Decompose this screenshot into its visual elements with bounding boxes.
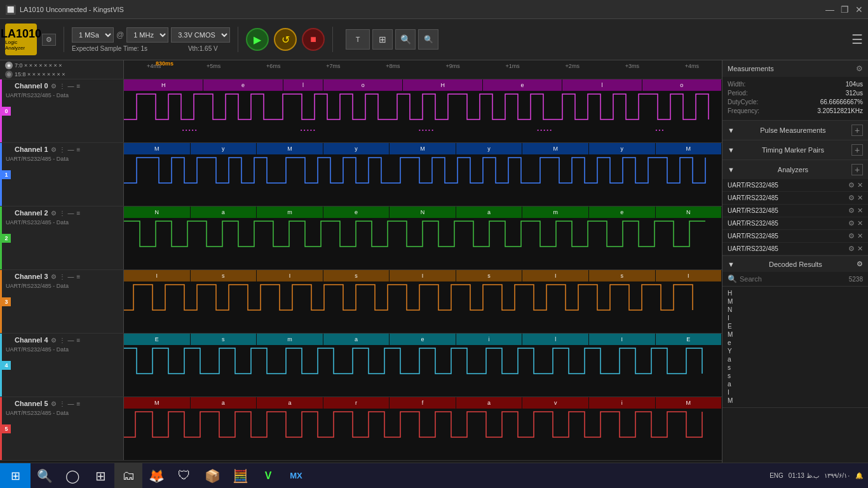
close-button[interactable]: ✕ [855, 4, 863, 15]
analyzer-settings-4[interactable]: ⚙ [848, 232, 855, 240]
toolbar-divider [64, 27, 64, 52]
period-label: Period: [728, 90, 748, 97]
minimize-button[interactable]: — [825, 4, 834, 15]
taskbar-firefox-button[interactable]: 🦊 [142, 463, 170, 489]
dutycycle-row: DutyCycle: 66.66666667% [728, 98, 863, 105]
taskbar-mx-button[interactable]: MX [282, 463, 310, 489]
decode-seg-e: e [203, 79, 283, 91]
channel-settings-icon-0[interactable]: ⚙ [51, 83, 57, 90]
analyzer-settings-0[interactable]: ⚙ [848, 181, 855, 189]
taskbar-calc-button[interactable]: 🧮 [226, 463, 254, 489]
titlebar: 🔲 LA1010 Unconnected - KingstVIS — ❐ ✕ [0, 0, 868, 19]
sample-rate-select[interactable]: 1 MSa [72, 27, 114, 43]
channel-icon-1-0[interactable]: ⋮ [59, 83, 65, 90]
channel-label-0: 0 Channel 0 ⚙ ⋮ — ≡ UART/RS232/485 - Dat… [0, 79, 124, 142]
loop-button[interactable]: ↺ [274, 28, 297, 51]
analyzers-add-button[interactable]: + [851, 164, 863, 175]
channel-number-4: 4 [2, 361, 11, 370]
voltage-select[interactable]: 3.3V CMOS [171, 27, 230, 43]
analyzers-header[interactable]: ▼ Analyzers + [722, 160, 868, 179]
channel-label-3: 3 Channel 3 ⚙ ⋮ — ≡ UART/RS232/485 - Dat… [0, 270, 124, 333]
channel-settings-icon-3[interactable]: ⚙ [51, 273, 57, 280]
play-button[interactable]: ▶ [246, 28, 269, 51]
taskbar-cortana-button[interactable]: ◯ [58, 463, 86, 489]
zoom-label-button[interactable]: T [346, 29, 370, 50]
analyzer-delete-2[interactable]: ✕ [857, 207, 863, 215]
analyzer-settings-3[interactable]: ⚙ [848, 219, 855, 227]
analyzer-delete-4[interactable]: ✕ [857, 232, 863, 240]
decoded-search-input[interactable] [740, 275, 849, 283]
analyzer-actions-3: ⚙ ✕ [848, 219, 863, 227]
channel-name-5: Channel 5 [15, 400, 48, 407]
channel-icon-2-2[interactable]: — [68, 210, 74, 217]
channel-settings-icon-5[interactable]: ⚙ [51, 400, 57, 407]
channel-number-5: 5 [2, 424, 11, 433]
decode-seg-M5: M [656, 143, 722, 154]
channel-icon-3-2[interactable]: ≡ [77, 210, 81, 217]
settings-button[interactable]: ⚙ [42, 34, 56, 46]
freq-select[interactable]: 1 MHz [126, 27, 168, 43]
analyzer-name-1: UART/RS232/485 [728, 194, 778, 201]
titlebar-controls[interactable]: — ❐ ✕ [825, 4, 863, 15]
pulse-measurements-title: Pulse Measurements [760, 126, 825, 134]
pulse-measurements-add-button[interactable]: + [851, 125, 863, 136]
channel-icon-1-5[interactable]: ⋮ [59, 400, 65, 407]
channel-icon-2-0[interactable]: — [68, 83, 74, 90]
channel-icon-1-2[interactable]: ⋮ [59, 210, 65, 217]
channel-icon-1-1[interactable]: ⋮ [59, 146, 65, 153]
menu-button[interactable]: ☰ [851, 32, 863, 47]
vth-label: Vth:1.65 V [188, 45, 218, 52]
decode-overlay-2: N a m e N a m e N [124, 207, 722, 219]
channel-icon-3-1[interactable]: ≡ [77, 146, 81, 153]
titlebar-left: 🔲 LA1010 Unconnected - KingstVIS [5, 4, 124, 15]
taskbar-package-button[interactable]: 📦 [198, 463, 226, 489]
analyzer-delete-5[interactable]: ✕ [857, 245, 863, 253]
taskbar-shield-button[interactable]: 🛡 [170, 463, 198, 489]
analyzer-settings-2[interactable]: ⚙ [848, 207, 855, 215]
decoded-results-header[interactable]: ▼ Decoded Results ⚙ [722, 256, 868, 272]
analyzer-settings-1[interactable]: ⚙ [848, 194, 855, 202]
taskbar-task-view-button[interactable]: ⊞ [86, 463, 114, 489]
measurements-header[interactable]: Measurements ⚙ [722, 60, 868, 77]
maximize-button[interactable]: ❐ [841, 4, 849, 15]
start-button[interactable]: ⊞ [0, 463, 31, 489]
time-ruler: ◉ 7:0 × × × × × × × × ◎ 15:8 × × × × × ×… [0, 60, 722, 79]
channel-icon-3-4[interactable]: ≡ [77, 337, 81, 344]
analyzer-settings-5[interactable]: ⚙ [848, 245, 855, 253]
main-area: ◉ 7:0 × × × × × × × × ◎ 15:8 × × × × × ×… [0, 60, 868, 469]
channel-icon-1-4[interactable]: ⋮ [59, 337, 65, 344]
channel-icon-3-3[interactable]: ≡ [77, 273, 81, 280]
zoom-fit-button[interactable]: ⊞ [372, 29, 393, 50]
taskbar-search-button[interactable]: 🔍 [31, 463, 58, 489]
channel-icon-2-4[interactable]: — [68, 337, 74, 344]
taskbar-explorer-button[interactable]: 🗂 [114, 463, 142, 489]
channel-settings-icon-2[interactable]: ⚙ [51, 210, 57, 217]
channel-icon-1-3[interactable]: ⋮ [59, 273, 65, 280]
channel-subtitle-4: UART/RS232/485 - Data [2, 346, 123, 353]
analyzer-delete-3[interactable]: ✕ [857, 219, 863, 227]
taskbar-date: ۱۳۹۹/۶/۱۰ [824, 472, 850, 479]
channel-settings-icon-4[interactable]: ⚙ [51, 337, 57, 344]
zoom-in-button[interactable]: 🔍 [395, 29, 416, 50]
channel-settings-icon-1[interactable]: ⚙ [51, 146, 57, 153]
stop-button[interactable]: ■ [302, 28, 325, 51]
analyzer-actions-4: ⚙ ✕ [848, 232, 863, 240]
timing-markers-header[interactable]: ▼ Timing Marker Pairs + [722, 140, 868, 159]
analyzer-delete-0[interactable]: ✕ [857, 181, 863, 189]
measurements-settings-icon[interactable]: ⚙ [856, 64, 863, 73]
zoom-out-button[interactable]: 🔍 [418, 29, 438, 50]
channel-icon-2-5[interactable]: — [68, 400, 74, 407]
taskbar-v-button[interactable]: V [254, 463, 282, 489]
taskbar-notification-icon[interactable]: 🔔 [855, 472, 863, 479]
channel-icon-3-5[interactable]: ≡ [77, 400, 81, 407]
channel-icon-3-0[interactable]: ≡ [77, 83, 81, 90]
toolbar-divider-2 [238, 27, 238, 52]
pulse-measurements-header[interactable]: ▼ Pulse Measurements + [722, 121, 868, 140]
analyzer-delete-1[interactable]: ✕ [857, 194, 863, 202]
timing-markers-add-button[interactable]: + [851, 144, 863, 156]
decoded-item-a: a [728, 355, 863, 363]
channel-icon-2-1[interactable]: — [68, 146, 74, 153]
decoded-results-settings-icon[interactable]: ⚙ [857, 260, 863, 268]
channel-icon-2-3[interactable]: — [68, 273, 74, 280]
decode-seg-y4: y [589, 143, 656, 154]
